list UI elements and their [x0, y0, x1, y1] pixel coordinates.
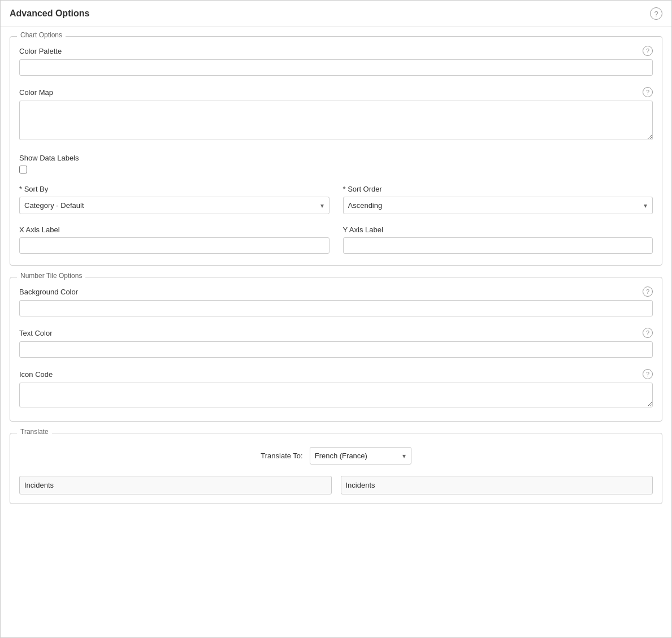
- color-palette-info-icon[interactable]: ?: [643, 46, 653, 56]
- sort-order-field: * Sort Order Ascending Descending ▾: [343, 185, 653, 214]
- content-area: Chart Options Color Palette ? Color Map …: [1, 27, 671, 524]
- color-map-section: Color Map ?: [19, 87, 653, 142]
- show-data-labels-label-row: Show Data Labels: [19, 154, 653, 162]
- y-axis-label: Y Axis Label: [343, 225, 383, 234]
- y-axis-label-row: Y Axis Label: [343, 225, 653, 234]
- translate-grid: Incidents Incidents: [19, 476, 653, 494]
- text-color-label: Text Color: [19, 329, 53, 337]
- page-title: Advanced Options: [10, 8, 89, 19]
- color-palette-input[interactable]: [19, 59, 653, 76]
- show-data-labels-checkbox-row: [19, 166, 653, 173]
- icon-code-label-row: Icon Code ?: [19, 369, 653, 379]
- translate-to-label: Translate To:: [261, 452, 302, 460]
- x-axis-label-row: X Axis Label: [19, 225, 330, 234]
- translate-original-field: Incidents: [19, 476, 332, 494]
- text-color-section: Text Color ?: [19, 328, 653, 358]
- sort-order-label-row: * Sort Order: [343, 185, 653, 193]
- background-color-section: Background Color ?: [19, 287, 653, 316]
- sort-by-label-row: * Sort By: [19, 185, 330, 193]
- translate-original-value: Incidents: [24, 481, 54, 489]
- sort-row: * Sort By Category - Default Name Value …: [19, 185, 653, 214]
- icon-code-info-icon[interactable]: ?: [643, 369, 653, 379]
- translate-group: Translate Translate To: French (France) …: [10, 433, 662, 504]
- text-color-label-row: Text Color ?: [19, 328, 653, 338]
- sort-by-label: * Sort By: [19, 185, 48, 193]
- icon-code-input[interactable]: [19, 383, 653, 407]
- color-palette-label-row: Color Palette ?: [19, 46, 653, 56]
- number-tile-options-group: Number Tile Options Background Color ? T…: [10, 277, 662, 422]
- background-color-info-icon[interactable]: ?: [643, 287, 653, 297]
- translate-legend: Translate: [17, 428, 52, 436]
- background-color-label: Background Color: [19, 288, 78, 296]
- sort-order-select-wrapper: Ascending Descending ▾: [343, 197, 653, 214]
- translate-to-row: Translate To: French (France) Spanish Ge…: [19, 447, 653, 465]
- color-map-info-icon[interactable]: ?: [643, 87, 653, 97]
- page-header: Advanced Options ?: [1, 1, 671, 27]
- x-axis-label: X Axis Label: [19, 225, 60, 234]
- color-palette-section: Color Palette ?: [19, 46, 653, 76]
- translate-translated-value: Incidents: [346, 481, 375, 489]
- color-map-label: Color Map: [19, 88, 53, 97]
- sort-by-select-wrapper: Category - Default Name Value ▾: [19, 197, 330, 214]
- translate-select-wrapper: French (France) Spanish German Italian ▾: [310, 447, 411, 465]
- show-data-labels-label: Show Data Labels: [19, 154, 79, 162]
- main-container: Advanced Options ? Chart Options Color P…: [0, 0, 672, 638]
- chart-options-legend: Chart Options: [17, 31, 66, 39]
- sort-order-label: * Sort Order: [343, 185, 382, 193]
- color-palette-label: Color Palette: [19, 47, 62, 55]
- icon-code-label: Icon Code: [19, 370, 53, 379]
- y-axis-input[interactable]: [343, 237, 653, 254]
- number-tile-legend: Number Tile Options: [17, 272, 85, 280]
- background-color-label-row: Background Color ?: [19, 287, 653, 297]
- axis-labels-row: X Axis Label Y Axis Label: [19, 225, 653, 254]
- show-data-labels-section: Show Data Labels: [19, 154, 653, 173]
- text-color-info-icon[interactable]: ?: [643, 328, 653, 338]
- color-map-input[interactable]: [19, 101, 653, 140]
- icon-code-section: Icon Code ?: [19, 369, 653, 410]
- sort-order-select[interactable]: Ascending Descending: [343, 197, 653, 214]
- x-axis-input[interactable]: [19, 237, 330, 254]
- help-icon[interactable]: ?: [650, 7, 662, 20]
- color-map-label-row: Color Map ?: [19, 87, 653, 97]
- background-color-input[interactable]: [19, 300, 653, 316]
- chart-options-group: Chart Options Color Palette ? Color Map …: [10, 36, 662, 266]
- y-axis-field: Y Axis Label: [343, 225, 653, 254]
- translate-translated-field: Incidents: [341, 476, 653, 494]
- sort-by-field: * Sort By Category - Default Name Value …: [19, 185, 330, 214]
- x-axis-field: X Axis Label: [19, 225, 330, 254]
- translate-language-select[interactable]: French (France) Spanish German Italian: [310, 447, 411, 465]
- show-data-labels-checkbox[interactable]: [19, 166, 27, 173]
- text-color-input[interactable]: [19, 341, 653, 358]
- sort-by-select[interactable]: Category - Default Name Value: [19, 197, 330, 214]
